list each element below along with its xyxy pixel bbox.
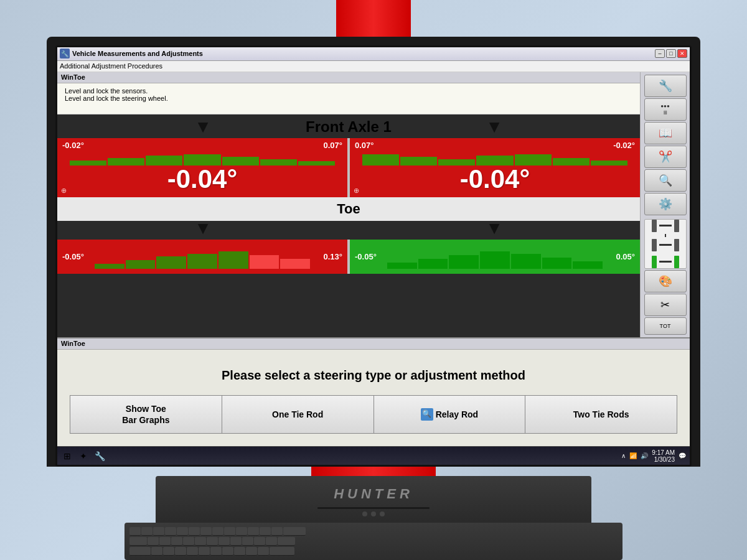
key[interactable] <box>151 547 162 556</box>
base-btn-3[interactable] <box>380 511 385 516</box>
taskbar-search[interactable]: ✦ <box>77 450 90 462</box>
taskbar-date-display: 1/30/23 <box>652 456 675 463</box>
key[interactable] <box>271 527 283 536</box>
key[interactable] <box>266 537 277 546</box>
sidebar-btn-7[interactable]: 🎨 <box>644 270 687 292</box>
key[interactable] <box>218 537 230 546</box>
key[interactable] <box>207 537 218 546</box>
one-tie-rod-button[interactable]: One Tie Rod <box>222 396 374 433</box>
key[interactable] <box>254 537 265 546</box>
key[interactable] <box>248 527 259 536</box>
arrow-left-top: ▼ <box>194 117 212 137</box>
bottom-wintoe-header: WinToe <box>57 338 690 350</box>
key[interactable] <box>187 547 198 556</box>
sidebar-btn-3[interactable]: 📖 <box>644 122 687 144</box>
key[interactable] <box>222 547 233 556</box>
right-bottom-gauge: -0.05° <box>350 240 640 274</box>
axle-title: Front Axle 1 <box>57 114 640 138</box>
top-section: WinToe Level and lock the sensors. Level… <box>57 72 690 337</box>
key[interactable] <box>171 537 182 546</box>
sidebar-btn-5[interactable]: 🔍 <box>644 169 687 192</box>
instruction-line1: Level and lock the sensors. <box>65 87 632 95</box>
base-btn-2[interactable] <box>371 511 376 516</box>
two-tie-rods-button[interactable]: Two Tie Rods <box>525 396 677 433</box>
diagram-extra-axle <box>652 256 679 268</box>
taskbar-network: 📶 <box>629 452 637 459</box>
key[interactable] <box>153 527 164 536</box>
right-top-main-value: -0.04° <box>350 166 640 197</box>
sidebar-btn-2[interactable]: ●●● ▤ <box>644 98 687 121</box>
mounting-pole <box>336 0 411 37</box>
minimize-button[interactable]: – <box>655 49 665 58</box>
key[interactable] <box>183 537 194 546</box>
start-button[interactable]: ⊞ <box>61 450 73 462</box>
key-enter-top[interactable] <box>278 537 295 546</box>
key[interactable] <box>258 547 269 556</box>
brand-logo: HUNTER <box>168 486 579 502</box>
base-controls <box>168 511 579 516</box>
top-gauge-row: ▼ ▼ -0.02° 0.07° <box>57 138 640 197</box>
key[interactable] <box>195 537 206 546</box>
taskbar: ⊞ ✦ 🔧 ∧ 📶 🔊 9:17 AM 1/30/23 💬 <box>57 446 690 465</box>
key[interactable] <box>212 527 223 536</box>
key[interactable] <box>177 527 188 536</box>
key-backspace[interactable] <box>283 527 306 536</box>
maximize-button[interactable]: □ <box>666 49 676 58</box>
taskbar-app-icon[interactable]: 🔧 <box>93 450 106 462</box>
menu-bar: Additional Adjustment Procedures <box>57 61 690 72</box>
title-bar-left: 🔧 Vehicle Measurements and Adjustments <box>60 49 203 58</box>
key[interactable] <box>234 547 245 556</box>
left-bottom-right-value: 0.13° <box>323 252 342 261</box>
taskbar-left: ⊞ ✦ 🔧 <box>61 450 106 462</box>
wheel-rl <box>652 239 657 251</box>
key[interactable] <box>141 527 153 536</box>
key[interactable] <box>242 537 253 546</box>
arrow-left-bottom: ▼ <box>194 218 212 238</box>
diagram-rear-axle <box>652 239 679 251</box>
show-toe-bar-graphs-button[interactable]: Show ToeBar Graphs <box>70 396 222 433</box>
right-top-gauge: 0.07° -0.02° <box>350 138 640 197</box>
instructions-panel: Level and lock the sensors. Level and lo… <box>57 83 640 114</box>
sidebar-btn-6[interactable]: ⚙️ <box>644 193 687 215</box>
key[interactable] <box>236 527 247 536</box>
wheel-rr <box>674 239 679 251</box>
key[interactable] <box>159 537 171 546</box>
taskbar-chevron: ∧ <box>621 452 626 459</box>
bottom-content: Please select a steering type or adjustm… <box>57 350 690 446</box>
right-sidebar: 🔧 ●●● ▤ 📖 ✂️ 🔍 ⚙️ <box>640 72 690 337</box>
base-btn-1[interactable] <box>362 511 367 516</box>
key[interactable] <box>210 547 222 556</box>
sidebar-btn-8[interactable]: ✂ <box>644 294 687 316</box>
key[interactable] <box>260 527 271 536</box>
diagram-extra <box>652 256 679 268</box>
relay-rod-button[interactable]: 🔍 Relay Rod <box>374 396 526 433</box>
wintoe-header: WinToe <box>57 72 640 83</box>
key-enter[interactable] <box>270 547 294 556</box>
key-tab[interactable] <box>129 537 147 546</box>
key[interactable] <box>199 547 210 556</box>
key[interactable] <box>189 527 200 536</box>
key[interactable] <box>148 537 159 546</box>
sidebar-btn-1[interactable]: 🔧 <box>644 75 687 97</box>
left-content: WinToe Level and lock the sensors. Level… <box>57 72 640 337</box>
arrow-right-bottom: ▼ <box>486 218 503 238</box>
menu-item-procedures[interactable]: Additional Adjustment Procedures <box>60 62 162 70</box>
key[interactable] <box>175 547 186 556</box>
sidebar-btn-9[interactable]: TOT <box>644 317 687 335</box>
vent-1 <box>317 507 430 509</box>
key[interactable] <box>200 527 212 536</box>
key[interactable] <box>230 537 242 546</box>
wheel-er <box>674 256 679 268</box>
wheel-fr <box>674 220 679 232</box>
key[interactable] <box>129 527 141 536</box>
sidebar-btn-4[interactable]: ✂️ <box>644 146 687 168</box>
key[interactable] <box>224 527 235 536</box>
key-caps[interactable] <box>129 547 151 556</box>
axle-rear <box>659 244 672 246</box>
key[interactable] <box>246 547 257 556</box>
bottom-gauge-row: ▼ ▼ -0.05° <box>57 240 640 274</box>
close-button[interactable]: ✕ <box>677 49 687 58</box>
key[interactable] <box>165 527 176 536</box>
right-top-left-value: 0.07° <box>355 141 374 150</box>
key[interactable] <box>163 547 174 556</box>
